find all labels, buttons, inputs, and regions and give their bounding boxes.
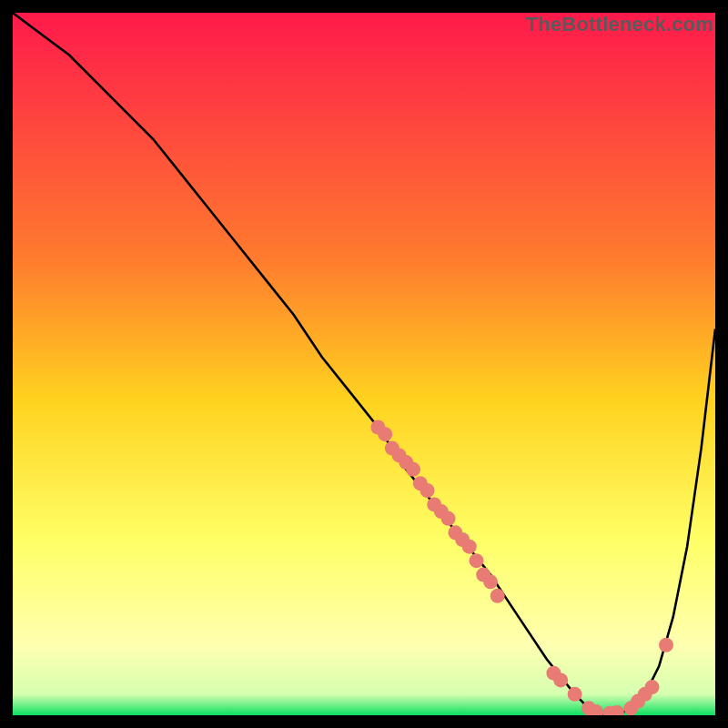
chart-plot: [13, 13, 715, 715]
data-point: [406, 462, 420, 477]
data-point: [420, 483, 435, 498]
data-point: [441, 511, 456, 526]
data-point: [645, 680, 660, 694]
data-point: [378, 427, 392, 441]
data-point: [659, 638, 673, 652]
data-point: [483, 574, 498, 589]
data-point: [490, 589, 505, 603]
data-point: [568, 687, 582, 702]
data-point: [470, 553, 484, 568]
watermark-text: TheBottleneck.com: [526, 13, 713, 36]
data-point: [553, 672, 568, 687]
gradient-background: [13, 13, 715, 715]
data-point: [462, 540, 477, 554]
chart-frame: TheBottleneck.com: [13, 13, 715, 715]
